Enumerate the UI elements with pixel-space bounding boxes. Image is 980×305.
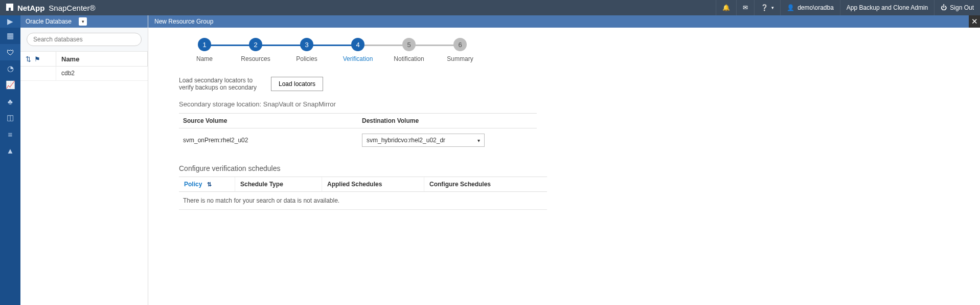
close-button[interactable]: ✕ [969,15,980,28]
help-button[interactable]: ❔▾ [754,0,780,15]
nav-rail: ▶ ▦ 🛡 ◔ 📈 ♣ ◫ ≡ ▲ [0,15,20,305]
source-volume-value: svm_onPrem:rhel2_u02 [179,135,358,146]
column-name[interactable]: Name [56,52,148,66]
caret-down-icon: ▾ [477,138,480,143]
help-icon: ❔ [761,4,768,11]
signout-button[interactable]: ⏻Sign Out [934,0,980,15]
step-name[interactable]: 1 Name [179,38,230,62]
caret-down-icon: ▾ [82,19,84,24]
destination-volume-select[interactable]: svm_hybridcvo:rhel2_u02_dr ▾ [362,134,485,147]
nav-dashboard[interactable]: ▦ [0,28,20,44]
secondary-storage-heading: Secondary storage location: SnapVault or… [179,100,954,108]
storage-row: svm_onPrem:rhel2_u02 svm_hybridcvo:rhel2… [179,128,537,152]
empty-message: There is no match for your search or dat… [179,192,547,209]
destination-volume-value: svm_hybridcvo:rhel2_u02_dr [367,137,445,144]
wizard-steps: 1 Name 2 Resources 3 Policies 4 [179,38,954,62]
resource-row[interactable]: cdb2 [20,67,148,81]
storage-table: Source Volume Destination Volume svm_onP… [179,113,537,152]
resource-panel: Oracle Database ▾ ⇅ ⚑ Name cdb2 [20,15,148,305]
svg-rect-2 [9,4,11,8]
chart-icon: 📈 [6,80,15,90]
nav-expand-toggle[interactable]: ▶ [0,15,20,28]
col-source-volume: Source Volume [179,114,358,128]
user-icon: 👤 [787,4,794,11]
content-title: New Resource Group [154,18,213,25]
step-notification[interactable]: 5 Notification [383,38,435,62]
gauge-icon: ◔ [7,64,14,73]
top-actions: 🔔 ✉ ❔▾ 👤demo\oradba App Backup and Clone… [716,0,980,15]
blocks-icon: ◫ [7,113,14,122]
bell-icon: 🔔 [722,4,730,11]
svg-rect-0 [6,4,9,11]
step-summary[interactable]: 6 Summary [435,38,486,62]
nav-monitor[interactable]: ◔ [0,60,20,77]
col-configure-schedules[interactable]: Configure Schedules [424,177,547,191]
step-resources[interactable]: 2 Resources [230,38,281,62]
brand-company: NetApp [17,4,44,12]
resource-type-dropdown[interactable]: ▾ [79,17,87,26]
messages-button[interactable]: ✉ [736,0,754,15]
nav-settings[interactable]: ≡ [0,126,20,142]
grid-icon: ▦ [7,31,14,40]
shield-icon: 🛡 [7,48,14,57]
sort-icon[interactable]: ⇅ [26,55,31,63]
schedules-heading: Configure verification schedules [179,164,954,172]
brand-logo [6,4,13,12]
sliders-icon: ≡ [8,130,13,139]
schedules-table: Policy ⇅ Schedule Type Applied Schedules… [179,177,547,210]
nav-reports[interactable]: 📈 [0,77,20,93]
content-header: New Resource Group ✕ [148,15,980,28]
signout-icon: ⏻ [941,4,947,11]
nav-hosts[interactable]: ♣ [0,93,20,110]
flag-icon[interactable]: ⚑ [34,55,40,63]
step-policies[interactable]: 3 Policies [281,38,332,62]
sort-icon: ⇅ [207,181,212,188]
resource-name: cdb2 [56,67,148,80]
user-name: demo\oradba [797,4,834,11]
load-locators-button[interactable]: Load locators [271,77,323,91]
svg-rect-1 [11,4,13,11]
col-applied-schedules[interactable]: Applied Schedules [322,177,424,191]
step-verification[interactable]: 4 Verification [332,38,383,62]
col-destination-volume: Destination Volume [358,114,537,128]
user-menu[interactable]: 👤demo\oradba [780,0,840,15]
hierarchy-icon: ♣ [8,97,13,106]
brand-product: SnapCenter® [49,4,95,12]
caret-down-icon: ▾ [771,5,774,10]
content-area: New Resource Group ✕ 1 Name 2 Resources … [148,15,980,305]
col-policy[interactable]: Policy ⇅ [179,177,235,191]
resource-panel-header: Oracle Database ▾ [20,15,148,28]
role-label[interactable]: App Backup and Clone Admin [840,0,934,15]
col-schedule-type[interactable]: Schedule Type [235,177,322,191]
nav-storage[interactable]: ◫ [0,110,20,126]
nav-resources[interactable]: 🛡 [0,44,20,60]
resource-search-wrap [20,28,148,51]
mail-icon: ✉ [743,4,748,11]
search-input[interactable] [27,33,142,46]
resource-type-label: Oracle Database [26,18,72,25]
notifications-button[interactable]: 🔔 [716,0,736,15]
close-icon: ✕ [971,17,978,26]
alert-icon: ▲ [7,146,14,155]
top-bar: NetApp SnapCenter® 🔔 ✉ ❔▾ 👤demo\oradba A… [0,0,980,15]
load-locators-label: Load secondary locators to verify backup… [179,77,261,91]
resource-toolbar: ⇅ ⚑ Name [20,51,148,67]
brand: NetApp SnapCenter® [0,4,101,12]
nav-alerts[interactable]: ▲ [0,142,20,159]
